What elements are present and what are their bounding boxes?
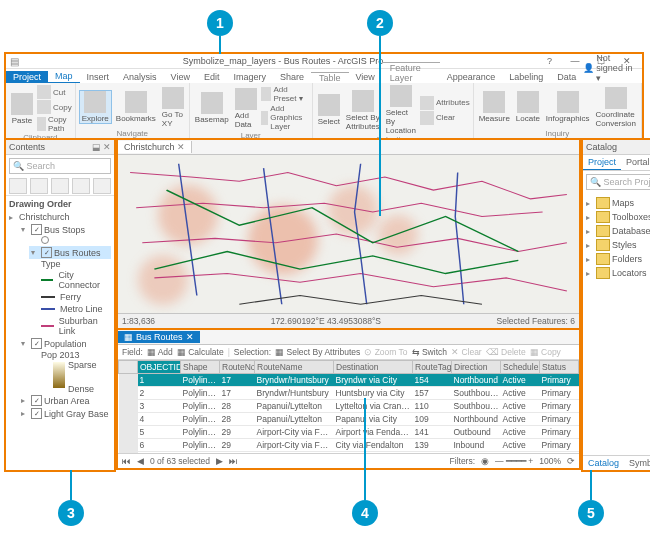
selectbyloc-button[interactable]: Select By Location bbox=[384, 85, 418, 135]
tab-appearance[interactable]: Appearance bbox=[440, 71, 503, 83]
col-header[interactable]: RouteName bbox=[255, 361, 334, 374]
copy-button[interactable]: Copy bbox=[37, 100, 72, 114]
table-row[interactable]: 2Polyline M17Bryndwr/HuntsburyHuntsbury … bbox=[119, 387, 579, 400]
signin-link[interactable]: 👤Not signed in ▾ bbox=[583, 53, 642, 83]
catalog-item[interactable]: ▸Toolboxes bbox=[586, 210, 650, 224]
toc-base[interactable]: ▸✓Light Gray Base bbox=[21, 407, 111, 420]
addpreset-button[interactable]: Add Preset ▾ bbox=[261, 85, 309, 103]
table-row[interactable]: 6Polyline M29Airport-City via Fendal...C… bbox=[119, 439, 579, 452]
toc-cityconnector[interactable]: City Connector bbox=[21, 269, 111, 291]
paste-button[interactable]: Paste bbox=[9, 93, 35, 125]
catalog-item[interactable]: ▸Maps bbox=[586, 196, 650, 210]
help-icon[interactable]: ? bbox=[547, 56, 552, 66]
table-tab[interactable]: ▦Bus Routes ✕ bbox=[118, 331, 200, 343]
catalog-item[interactable]: ▸Styles bbox=[586, 238, 650, 252]
tab-analysis[interactable]: Analysis bbox=[116, 71, 164, 83]
col-header[interactable]: RouteNo bbox=[220, 361, 255, 374]
tab-edit[interactable]: Edit bbox=[197, 71, 227, 83]
table-row[interactable]: 4Polyline M28Papanui/LytteltonPapanui vi… bbox=[119, 413, 579, 426]
table-row[interactable]: 3Polyline M28Papanui/LytteltonLyttelton … bbox=[119, 400, 579, 413]
toc-map[interactable]: ▸Christchurch bbox=[9, 211, 111, 223]
selectbyattr-tbl-button[interactable]: ▦ Select By Attributes bbox=[275, 347, 360, 357]
selectbyattr-button[interactable]: Select By Attributes bbox=[344, 90, 382, 131]
col-header[interactable]: Schedule bbox=[501, 361, 540, 374]
tab-data[interactable]: Data bbox=[550, 71, 583, 83]
col-header[interactable]: Direction bbox=[452, 361, 501, 374]
catalog-tab-project[interactable]: Project bbox=[583, 155, 621, 170]
list-editing-icon[interactable] bbox=[72, 178, 90, 194]
catalog-search[interactable]: 🔍 Search Project bbox=[586, 174, 650, 190]
list-selection-icon[interactable] bbox=[51, 178, 69, 194]
col-header[interactable]: RouteTag bbox=[413, 361, 452, 374]
toc-busstops[interactable]: ▾✓Bus Stops bbox=[21, 223, 111, 236]
app-menu-icon[interactable]: ▤ bbox=[10, 56, 19, 67]
map-tab-close-icon[interactable]: ✕ bbox=[177, 142, 185, 152]
pane-pin-icon[interactable]: ⬓ bbox=[92, 142, 101, 152]
toc-busroutes[interactable]: ▾✓Bus Routes bbox=[29, 246, 111, 259]
tab-imagery[interactable]: Imagery bbox=[226, 71, 273, 83]
nav-first-icon[interactable]: ⏮ bbox=[122, 456, 131, 466]
addgraphics-button[interactable]: Add Graphics Layer bbox=[261, 104, 309, 131]
delete-tbl-button[interactable]: ⌫ Delete bbox=[486, 347, 526, 357]
tab-share[interactable]: Share bbox=[273, 71, 311, 83]
refresh-icon[interactable]: ⟳ bbox=[567, 456, 575, 466]
toc-ferry[interactable]: Ferry bbox=[21, 291, 111, 303]
measure-button[interactable]: Measure bbox=[477, 91, 512, 123]
clear-tbl-button[interactable]: ✕ Clear bbox=[451, 347, 482, 357]
list-snapping-icon[interactable] bbox=[93, 178, 111, 194]
list-source-icon[interactable] bbox=[30, 178, 48, 194]
add-field-button[interactable]: ▦ Add bbox=[147, 347, 173, 357]
map-tab[interactable]: Christchurch ✕ bbox=[118, 141, 192, 153]
switch-button[interactable]: ⇆ Switch bbox=[412, 347, 447, 357]
table-row[interactable]: 1Polyline M17Bryndwr/HuntsburyBryndwr vi… bbox=[119, 374, 579, 387]
tab-project[interactable]: Project bbox=[6, 71, 48, 83]
nav-last-icon[interactable]: ⏭ bbox=[229, 456, 238, 466]
zoomto-button[interactable]: ⊙ Zoom To bbox=[364, 347, 407, 357]
infographics-button[interactable]: Infographics bbox=[544, 91, 592, 123]
adddata-button[interactable]: Add Data bbox=[233, 88, 259, 129]
tab-map[interactable]: Map bbox=[48, 70, 80, 83]
calculate-button[interactable]: ▦ Calculate bbox=[177, 347, 224, 357]
bottom-tab-symbology[interactable]: Symbology bbox=[624, 456, 650, 470]
table-tab-close-icon[interactable]: ✕ bbox=[186, 332, 194, 342]
pane-close-icon[interactable]: ✕ bbox=[103, 142, 111, 152]
explore-button[interactable]: Explore bbox=[79, 90, 112, 124]
catalog-tab-portal[interactable]: Portal bbox=[621, 155, 650, 170]
catalog-item[interactable]: ▸Folders bbox=[586, 252, 650, 266]
toc-urban[interactable]: ▸✓Urban Area bbox=[21, 394, 111, 407]
select-button[interactable]: Select bbox=[316, 94, 342, 126]
catalog-item[interactable]: ▸Locators bbox=[586, 266, 650, 280]
col-header[interactable]: Status bbox=[540, 361, 579, 374]
col-header[interactable]: Destination bbox=[334, 361, 413, 374]
bookmarks-button[interactable]: Bookmarks bbox=[114, 91, 158, 123]
basemap-button[interactable]: Basemap bbox=[193, 92, 231, 124]
table-row[interactable]: 5Polyline M29Airport-City via Fendal...A… bbox=[119, 426, 579, 439]
filter-toggle-icon[interactable]: ◉ bbox=[481, 456, 489, 466]
col-header[interactable]: OBJECTID ▾ bbox=[138, 361, 181, 374]
nav-next-icon[interactable]: ▶ bbox=[216, 456, 223, 466]
zoom-slider[interactable]: — ━━━━ + bbox=[495, 456, 533, 466]
cut-button[interactable]: Cut bbox=[37, 85, 72, 99]
col-header[interactable]: Shape bbox=[181, 361, 220, 374]
tab-view[interactable]: View bbox=[164, 71, 197, 83]
toc-population[interactable]: ▾✓Population bbox=[21, 337, 111, 350]
tab-labeling[interactable]: Labeling bbox=[502, 71, 550, 83]
nav-prev-icon[interactable]: ◀ bbox=[137, 456, 144, 466]
toc-suburban[interactable]: Suburban Link bbox=[21, 315, 111, 337]
bottom-tab-catalog[interactable]: Catalog bbox=[583, 456, 624, 470]
map-scale[interactable]: 1:83,636 bbox=[122, 316, 155, 326]
tab-insert[interactable]: Insert bbox=[80, 71, 117, 83]
gotoxy-button[interactable]: Go To XY bbox=[160, 87, 186, 128]
clear-button[interactable]: Clear bbox=[420, 111, 470, 125]
tab-table-view[interactable]: View bbox=[349, 71, 382, 83]
catalog-item[interactable]: ▸Databases bbox=[586, 224, 650, 238]
coordconv-button[interactable]: Coordinate Conversion bbox=[593, 87, 637, 128]
toc-metro[interactable]: Metro Line bbox=[21, 303, 111, 315]
list-drawing-icon[interactable] bbox=[9, 178, 27, 194]
attribute-table[interactable]: OBJECTID ▾ShapeRouteNoRouteNameDestinati… bbox=[118, 360, 579, 453]
map-canvas[interactable] bbox=[118, 155, 579, 313]
attributes-button[interactable]: Attributes bbox=[420, 96, 470, 110]
copypath-button[interactable]: Copy Path bbox=[37, 115, 72, 133]
copy-tbl-button[interactable]: ▦ Copy bbox=[530, 347, 561, 357]
locate-button[interactable]: Locate bbox=[514, 91, 542, 123]
